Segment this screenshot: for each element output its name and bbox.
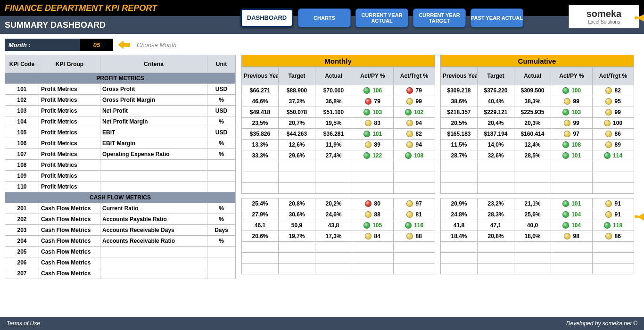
data-row: 20,9%23,2%21,1% 101 91: [441, 198, 634, 209]
cell-criteria: [100, 257, 207, 268]
col-act-py: Act/PY %: [352, 67, 394, 85]
terms-link[interactable]: Terms of Use: [7, 320, 40, 327]
cell-criteria: [100, 171, 207, 182]
kpi-row: 206Cash Flow Metrics: [5, 257, 236, 268]
cell-actual: 19,5%: [315, 118, 352, 129]
cell-act-trgt: 100: [593, 118, 634, 129]
cell-act-trgt: 82: [394, 129, 435, 140]
cell-prev-year: 46,1: [242, 220, 279, 231]
cell-code: 207: [5, 268, 39, 279]
kpi-row: 105Profit MetricsEBITUSD: [5, 127, 236, 138]
cell-group: Cash Flow Metrics: [39, 247, 100, 257]
cell-act-py: 99: [551, 96, 593, 107]
status-dot-icon: [564, 120, 570, 126]
cell-unit: [207, 182, 236, 192]
cell-criteria: [100, 268, 207, 279]
cell-criteria: Accounts Payable Ratio: [100, 214, 207, 225]
status-dot-icon: [564, 98, 570, 105]
cell-criteria: [100, 182, 207, 192]
monthly-title: Monthly: [241, 55, 435, 67]
logo: someka Excel Solutions: [569, 5, 639, 28]
cell-act-trgt: 91: [593, 209, 634, 220]
cell-code: 110: [5, 182, 39, 192]
data-row: [441, 161, 634, 172]
cell-criteria: EBIT: [100, 127, 207, 138]
kpi-row: 110Profit Metrics: [5, 182, 236, 192]
cell-group: Profit Metrics: [39, 106, 100, 116]
cell-target: 19,7%: [279, 231, 315, 242]
nav-charts[interactable]: CHARTS: [298, 8, 351, 27]
kpi-definition-table: KPI CodeKPI GroupCriteriaUnitPROFIT METR…: [5, 55, 236, 279]
footer-credit: Developed by someka.net ©: [566, 320, 637, 327]
cell-act-py: 100: [551, 85, 593, 96]
nav-bar: DASHBOARD CHARTS CURRENT YEAR ACTUAL CUR…: [240, 8, 523, 27]
monthly-panel: Monthly Previous YearTargetActualAct/PY …: [241, 55, 435, 279]
cell-target: 47,1: [478, 220, 514, 231]
col-target: Target: [478, 67, 514, 85]
nav-current-year-actual[interactable]: CURRENT YEAR ACTUAL: [355, 8, 408, 27]
data-row: [441, 172, 634, 183]
status-dot-icon: [605, 109, 612, 116]
svg-rect-3: [635, 215, 638, 218]
data-row: 20,6%19,7%17,3% 84 88: [242, 231, 435, 242]
svg-marker-4: [118, 41, 124, 49]
arrow-right-icon[interactable]: [635, 213, 644, 221]
col-act-py: Act/PY %: [551, 67, 593, 85]
cell-target: 32,6%: [478, 150, 514, 161]
col-criteria: Criteria: [100, 55, 207, 73]
status-dot-icon: [562, 141, 569, 148]
kpi-row: 207Cash Flow Metrics: [5, 268, 236, 279]
cell-prev-year: $49.418: [242, 107, 279, 118]
data-row: $35.826$44.263$36.281 101 82: [242, 129, 435, 140]
cell-act-py: 88: [352, 209, 394, 220]
data-row: 18,4%20,8%18,0% 98 86: [441, 231, 634, 242]
cell-act-trgt: 94: [394, 140, 435, 150]
cell-unit: USD: [207, 84, 236, 95]
kpi-row: 107Profit MetricsOperating Expense Ratio…: [5, 149, 236, 160]
month-label: Month :: [5, 41, 80, 49]
svg-marker-2: [637, 213, 644, 221]
status-dot-icon: [562, 211, 569, 218]
cell-act-trgt: 99: [394, 96, 435, 107]
cell-actual: 21,1%: [514, 198, 551, 209]
status-dot-icon: [562, 87, 569, 94]
cell-actual: 11,9%: [315, 140, 352, 150]
cell-prev-year: $309.218: [441, 85, 478, 96]
data-row: $165.183$187.194$160.414 97 86: [441, 129, 634, 140]
cell-act-py: 103: [551, 107, 593, 118]
col-prev-year: Previous Year: [441, 67, 478, 85]
cell-target: 29,6%: [279, 150, 315, 161]
cell-unit: %: [207, 95, 236, 106]
data-row: [441, 242, 634, 253]
col-act-trgt: Act/Trgt %: [394, 67, 435, 85]
cell-act-py: 103: [352, 107, 394, 118]
cell-prev-year: 33,3%: [242, 150, 279, 161]
status-dot-icon: [562, 152, 569, 159]
cell-target: $376.220: [478, 85, 514, 96]
arrow-right-icon[interactable]: [635, 14, 644, 22]
cell-act-py: 104: [551, 220, 593, 231]
cell-actual: $36.281: [315, 129, 352, 140]
data-row: 25,4%20,8%20,2% 80 97: [242, 198, 435, 209]
svg-rect-5: [124, 43, 130, 47]
nav-current-year-target[interactable]: CURRENT YEAR TARGET: [413, 8, 466, 27]
cell-criteria: Current Ratio: [100, 203, 207, 214]
cell-code: 101: [5, 84, 39, 95]
cell-prev-year: 13,3%: [242, 140, 279, 150]
nav-dashboard[interactable]: DASHBOARD: [240, 8, 293, 27]
cell-group: Cash Flow Metrics: [39, 268, 100, 279]
cell-act-py: 83: [352, 118, 394, 129]
month-selector[interactable]: Month : 05: [5, 39, 113, 51]
status-dot-icon: [564, 233, 570, 239]
cell-act-py: 98: [551, 231, 593, 242]
group-header: CASH FLOW METRICS: [5, 192, 236, 203]
status-dot-icon: [605, 200, 612, 207]
nav-past-year-actual[interactable]: PAST YEAR ACTUAL: [471, 8, 523, 27]
data-row: 23,5%20,7%19,5% 83 94: [242, 118, 435, 129]
cell-criteria: Gross Profit Margin: [100, 95, 207, 106]
cell-target: $50.078: [279, 107, 315, 118]
cell-target: $229.121: [478, 107, 514, 118]
cell-actual: $160.414: [514, 129, 551, 140]
col-actual: Actual: [514, 67, 551, 85]
cell-act-trgt: 97: [394, 198, 435, 209]
